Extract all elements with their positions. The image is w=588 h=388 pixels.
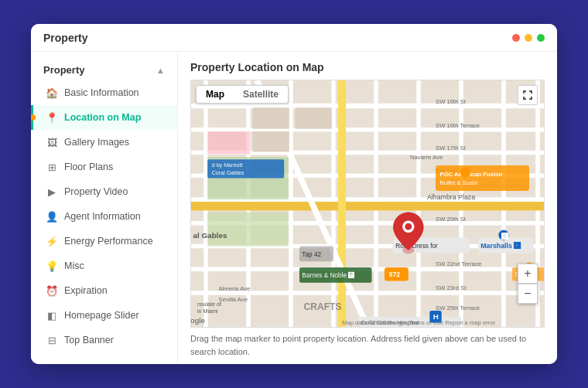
zoom-in-button[interactable]: + [518, 264, 538, 284]
svg-text:CRAFTS: CRAFTS [304, 301, 342, 312]
sidebar-title: Property [43, 64, 84, 76]
svg-text:Marshalls 🅿: Marshalls 🅿 [480, 241, 521, 250]
misc-icon: 💡 [46, 260, 58, 272]
svg-text:Navarre Ave: Navarre Ave [410, 154, 443, 161]
svg-text:nsulate of: nsulate of [197, 301, 221, 308]
sidebar-item-property-video[interactable]: ▶ Property Video [31, 179, 177, 204]
svg-text:SW 20th St: SW 20th St [436, 216, 467, 223]
svg-text:SW 25th Terrace: SW 25th Terrace [436, 305, 480, 311]
expiration-icon: ⏰ [46, 284, 58, 297]
svg-text:in Miami: in Miami [197, 308, 218, 315]
sidebar-label-expiration: Expiration [64, 285, 108, 296]
svg-text:🅿: 🅿 [501, 232, 509, 240]
sidebar-item-location-on-map[interactable]: 📍 Location on Map [31, 105, 177, 130]
main-title: Property Location on Map [178, 52, 557, 80]
svg-rect-38 [436, 165, 529, 191]
svg-rect-28 [207, 131, 250, 155]
sidebar-item-top-banner[interactable]: ⊟ Top Banner [31, 328, 177, 352]
sidebar-item-basic-information[interactable]: 🏠 Basic Information [31, 80, 177, 105]
sidebar-label-location: Location on Map [64, 112, 141, 123]
svg-rect-25 [253, 107, 289, 129]
svg-text:Coral Gables: Coral Gables [212, 170, 244, 176]
svg-text:H: H [433, 312, 439, 321]
svg-text:Barnes & Noble 🅿: Barnes & Noble 🅿 [302, 271, 354, 279]
zoom-out-button[interactable]: − [518, 284, 538, 304]
sidebar: Property ▲ 🏠 Basic Information 📍 Locatio… [31, 52, 178, 364]
svg-text:Tap 42: Tap 42 [302, 251, 321, 258]
svg-rect-27 [253, 131, 289, 151]
sidebar-arrow-icon: ▲ [156, 66, 165, 75]
sidebar-label-basic-info: Basic Information [64, 87, 139, 98]
sidebar-item-floor-plans[interactable]: ⊞ Floor Plans [31, 155, 177, 179]
svg-text:972: 972 [389, 271, 401, 278]
svg-text:Google: Google [191, 316, 205, 325]
svg-rect-24 [207, 213, 289, 247]
titlebar: Property [31, 24, 557, 52]
agent-icon: 👤 [46, 210, 58, 223]
sidebar-label-slider: Homepage Slider [64, 310, 139, 321]
svg-text:Sevilla Ave: Sevilla Ave [219, 296, 248, 303]
svg-text:SW 22nd Terrace: SW 22nd Terrace [436, 260, 481, 267]
svg-text:Buffet & Sushi: Buffet & Sushi [440, 179, 478, 186]
sidebar-label-gallery: Gallery Images [64, 137, 129, 148]
tab-map[interactable]: Map [197, 86, 234, 103]
svg-point-76 [460, 167, 470, 177]
window-controls [512, 34, 545, 42]
sidebar-label-misc: Misc [64, 260, 84, 271]
svg-text:Alhambra Plaza: Alhambra Plaza [427, 193, 475, 201]
energy-icon: ⚡ [46, 235, 58, 247]
svg-text:Map data ©2020 Google   Terms : Map data ©2020 Google Terms of Use Repor… [342, 319, 496, 326]
sidebar-label-floor-plans: Floor Plans [64, 162, 113, 172]
svg-rect-26 [296, 107, 332, 129]
svg-text:SW 16th St: SW 16th St [436, 98, 467, 105]
sidebar-label-banner: Top Banner [64, 335, 114, 345]
svg-text:Almeria Ave: Almeria Ave [219, 285, 251, 292]
banner-icon: ⊟ [46, 334, 58, 346]
map-fullscreen-button[interactable] [518, 85, 538, 105]
svg-text:SW 17th St: SW 17th St [436, 145, 467, 151]
sidebar-item-agent-information[interactable]: 👤 Agent Information [31, 204, 177, 229]
svg-text:d by Marriott: d by Marriott [212, 162, 243, 168]
map-zoom-controls: + − [518, 264, 538, 304]
main-window: Property Property ▲ 🏠 Basic Information … [31, 24, 557, 364]
tab-satellite[interactable]: Satellite [234, 86, 288, 103]
fullscreen-icon [522, 90, 533, 100]
map-svg: SW 16th St SW 16th Terrace SW 17th St SW… [191, 80, 544, 327]
active-indicator [31, 114, 36, 121]
sidebar-item-expiration[interactable]: ⏰ Expiration [31, 278, 177, 303]
slider-icon: ◧ [46, 309, 58, 322]
map-tabs: Map Satellite [196, 85, 289, 104]
svg-text:SW 23rd St: SW 23rd St [436, 284, 467, 291]
home-icon: 🏠 [46, 87, 58, 99]
location-icon: 📍 [46, 111, 58, 124]
close-control[interactable] [512, 34, 520, 42]
sidebar-item-gallery-images[interactable]: 🖼 Gallery Images [31, 130, 177, 155]
video-icon: ▶ [46, 185, 58, 198]
map-container[interactable]: Map Satellite [190, 80, 545, 328]
window-title: Property [43, 32, 88, 44]
svg-point-73 [405, 223, 412, 230]
gallery-icon: 🖼 [46, 136, 58, 148]
sidebar-header: Property ▲ [31, 58, 177, 80]
sidebar-label-energy: Energy Performance [64, 236, 153, 247]
min-control[interactable] [525, 34, 532, 42]
content-area: Property ▲ 🏠 Basic Information 📍 Locatio… [31, 52, 557, 364]
sidebar-item-energy-performance[interactable]: ⚡ Energy Performance [31, 229, 177, 254]
svg-text:al Gables: al Gables [193, 231, 227, 240]
sidebar-item-homepage-slider[interactable]: ◧ Homepage Slider [31, 303, 177, 328]
sidebar-label-agent: Agent Information [64, 211, 141, 222]
svg-text:POC American Fusion: POC American Fusion [440, 171, 503, 178]
sidebar-label-property-video: Property Video [64, 186, 128, 197]
map-footer-text: Drag the map marker to point property lo… [178, 328, 557, 364]
floor-plans-icon: ⊞ [46, 161, 58, 173]
svg-text:SW 16th Terrace: SW 16th Terrace [436, 122, 480, 129]
main-content: Property Location on Map Map Satellite [178, 52, 557, 364]
sidebar-item-misc[interactable]: 💡 Misc [31, 254, 177, 278]
max-control[interactable] [537, 34, 545, 42]
